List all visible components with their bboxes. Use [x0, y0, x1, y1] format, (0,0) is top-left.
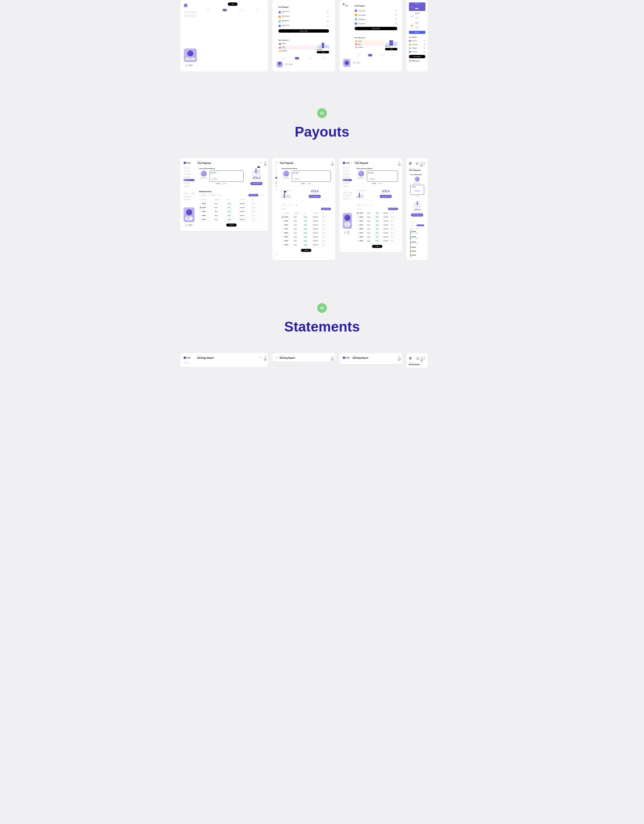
- table-row[interactable]: $2,932.0PaypalPaid17 Aug 2020-$1.24: [199, 206, 264, 210]
- table-row[interactable]: $2,932.9PaypalPaid17 Aug 2020-$1.24: [199, 210, 264, 214]
- load-more-button[interactable]: Load More: [226, 223, 237, 227]
- advance-search-button[interactable]: Advance Search: [249, 194, 258, 197]
- withdraw-button[interactable]: Withdraw All Earning: [309, 195, 321, 198]
- delete-icon[interactable]: 🗑: [262, 194, 264, 196]
- avatar[interactable]: [423, 162, 425, 164]
- nav-payouts[interactable]: Payouts: [184, 179, 195, 181]
- preview-card-2: Icon Progress Unity CompsNew 5k% Folio D…: [272, 0, 335, 72]
- paypal-card[interactable]: ▶ PayPal Deactivate: [209, 171, 244, 182]
- payoneer-option[interactable]: Payoneer: [223, 183, 227, 184]
- table-search[interactable]: ○ Search: [218, 195, 222, 196]
- page-title: Earnings Report: [197, 357, 214, 359]
- add-more-button[interactable]: Add more: [409, 31, 425, 34]
- edit-icon[interactable]: ✎: [259, 194, 261, 196]
- nav-payouts[interactable]: [223, 9, 227, 11]
- delete-icon[interactable]: 🗑: [296, 204, 298, 206]
- month-filter[interactable]: ▾: [289, 203, 292, 206]
- menu-icon[interactable]: ≡: [351, 162, 352, 164]
- nav-schedules[interactable]: Schedules: [184, 176, 195, 178]
- fire-icon: 🔥: [288, 39, 289, 41]
- nav-comments[interactable]: Comments: [184, 198, 195, 200]
- earning-chart: [253, 168, 260, 173]
- nav-products[interactable]: Products: [184, 170, 195, 172]
- menu-icon[interactable]: ≡: [409, 161, 412, 166]
- notification-icon[interactable]: ○: [264, 161, 266, 163]
- preview-card-3: Unity. Icon Progress Unity Comps% Folio …: [340, 0, 402, 72]
- payouts-medium-preview: Unity.≡ Overview Products Campaigns Sche…: [340, 158, 402, 252]
- table-row[interactable]: $2,549.2PaypalPaid17 Aug 2020-$1.24: [199, 214, 264, 218]
- sphere-icon: [187, 50, 193, 57]
- payouts-desktop-preview: Unity. Overview Products Campaigns Sched…: [180, 158, 268, 231]
- logo-icon: [184, 161, 186, 164]
- preview-card-1: Get Pro Now Tam Tran Free account ●●●: [180, 0, 268, 72]
- avatar: [185, 65, 188, 67]
- notification-icon[interactable]: ○: [331, 161, 333, 163]
- statements-medium-preview: Unity. Hi Dash UI8,Earning Report ○○: [340, 353, 402, 364]
- page-title: Your Payouts: [197, 162, 211, 164]
- section-badge: 05: [317, 108, 327, 118]
- nav-payouts[interactable]: [275, 177, 277, 179]
- action-button[interactable]: ●●●: [228, 2, 237, 6]
- table-row[interactable]: $2,932.6PaypalPaid17 Aug 2020-$1.24: [199, 202, 264, 206]
- new-button[interactable]: □ New: [317, 51, 329, 53]
- earning-value: 479.4: [252, 176, 260, 180]
- statements-desktop-preview: Unity. Overview Hi Dash UI8,Earnings Rep…: [180, 353, 268, 367]
- checkbox[interactable]: [200, 207, 201, 208]
- section-title: Payouts: [180, 123, 464, 140]
- menu-icon[interactable]: ≡: [276, 255, 277, 257]
- nav-overview[interactable]: Overview: [184, 167, 195, 169]
- nav-inbox[interactable]: Inbox: [184, 192, 195, 194]
- get-pro-button[interactable]: Get Pro Now: [185, 217, 193, 220]
- promo-card[interactable]: Get Pro Now: [184, 49, 197, 62]
- advance-search-button[interactable]: Advance Search: [321, 208, 331, 210]
- paypal-logo: ▶ PayPal: [211, 172, 242, 174]
- logo-icon: [184, 4, 188, 7]
- nav-settings[interactable]: Settings: [184, 185, 195, 187]
- discover-more-button[interactable]: Discover More: [278, 29, 329, 32]
- preview-card-4: 21Binary 3DDone 22Unity UI KitPending 23…: [406, 0, 428, 72]
- payouts-mobile-preview: ≡○○ Hi Dash UI8,Your Payouts Choose A Pa…: [406, 158, 428, 260]
- deactivate-button[interactable]: Deactivate: [211, 178, 218, 180]
- search-input[interactable]: ○ Search: [258, 162, 263, 163]
- menu-icon[interactable]: ≡: [276, 161, 277, 163]
- edit-icon[interactable]: ✎: [293, 204, 295, 206]
- nav-notifications[interactable]: Notifications: [184, 195, 195, 197]
- icon-progress-title: Icon Progress: [278, 6, 329, 8]
- user-profile[interactable]: Tam Tran Free account: [184, 63, 197, 68]
- date-filter[interactable]: Last 30 days ▾: [199, 194, 208, 197]
- statements-mobile-preview: ≡○○ Hi Dash UI8,Earning Report: [406, 353, 428, 368]
- nav-statement[interactable]: Statement: [184, 182, 195, 184]
- history-title: Withdraw History: [199, 191, 264, 192]
- paypal-option[interactable]: ▶ PayPal: [216, 183, 220, 184]
- load-more-button[interactable]: Load More: [301, 249, 311, 252]
- section-badge: 06: [317, 303, 327, 313]
- nav-campaigns[interactable]: Campaigns: [184, 173, 195, 175]
- new-button[interactable]: □ New: [385, 48, 397, 50]
- filter-dropdown[interactable]: Filter ▾: [281, 203, 287, 206]
- get-pro-button[interactable]: Get Pro Now: [186, 58, 195, 60]
- table-row[interactable]: $1,567.3PaypalPaid17 Aug 2020-$1.24: [199, 218, 264, 222]
- statements-tablet-preview: ≡ Hi Dash UI8,Earning Report ○○: [272, 353, 335, 362]
- section-title: Statements: [180, 318, 464, 335]
- withdraw-button[interactable]: Withdraw All Earning: [251, 182, 263, 185]
- payouts-tablet-preview: ≡ Hi Dash UI8,Your Payouts ○○ Choose A P…: [272, 158, 335, 260]
- sphere-icon: [201, 171, 207, 177]
- month-filter[interactable]: Aug 2020 ▾: [209, 194, 217, 197]
